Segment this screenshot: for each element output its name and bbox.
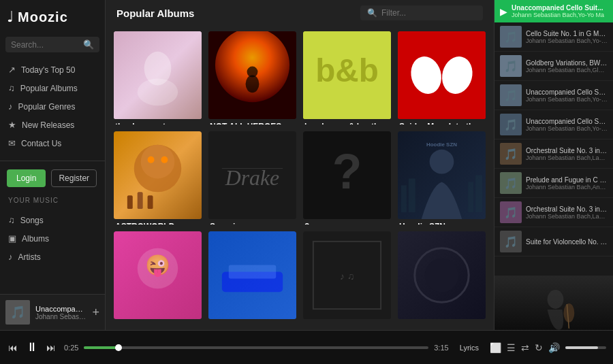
queue-item-2[interactable]: 🎵 Goldberg Variations, BWV 9... Johann S…: [494, 52, 613, 81]
svg-point-5: [246, 76, 260, 93]
album-title-7: ?: [304, 222, 390, 225]
album-card-7[interactable]: ? ? XXXTENTACION: [303, 131, 391, 225]
sidebar-item-genres[interactable]: ♪ Popular Genres: [0, 97, 105, 116]
queue-thumb-8: 🎵: [500, 231, 522, 252]
lyrics-button[interactable]: Lyrics: [456, 342, 483, 354]
play-pause-button[interactable]: ⏸: [25, 339, 40, 356]
sidebar-item-top50[interactable]: ↗ Today's Top 50: [0, 61, 105, 79]
filter-icon: 🔍: [367, 8, 377, 18]
volume-button[interactable]: 🔊: [548, 342, 560, 353]
your-music-label: YOUR MUSIC: [0, 193, 105, 205]
content-header: Popular Albums 🔍: [106, 0, 494, 26]
album-card-12[interactable]: [398, 231, 486, 325]
shuffle-button[interactable]: ⇄: [521, 342, 529, 353]
queue-item-7[interactable]: 🎵 Orchestral Suite No. 3 in D... Johann …: [494, 198, 613, 227]
album-card-3[interactable]: b&b beerbongs & bentleys Post Malone: [303, 31, 391, 125]
queue-item-4[interactable]: 🎵 Unaccompanied Cello Suit... Johann Seb…: [494, 110, 613, 139]
queue-current-title: Unaccompanied Cello Suit...: [512, 4, 608, 12]
next-button[interactable]: ⏭: [45, 341, 57, 354]
main-nav: ↗ Today's Top 50 ♫ Popular Albums ♪ Popu…: [0, 55, 105, 158]
prev-button[interactable]: ⏮: [7, 341, 19, 354]
filter-box[interactable]: 🔍: [360, 5, 483, 20]
search-icon[interactable]: 🔍: [83, 39, 94, 50]
svg-text:Drake: Drake: [225, 166, 279, 190]
album-card-8[interactable]: Hoodie SZN Hoodie SZN A Boogie Wit da Ho…: [398, 131, 486, 225]
register-button[interactable]: Register: [51, 169, 97, 187]
queue-item-3[interactable]: 🎵 Unaccompanied Cello Suit... Johann Seb…: [494, 81, 613, 110]
album-card-4[interactable]: Spider-Man: Into the S... Various Artist…: [398, 31, 486, 125]
album-title-2: NOT ALL HEROES WE...: [210, 122, 295, 125]
time-total: 3:15: [434, 344, 448, 352]
svg-rect-37: [229, 265, 276, 279]
queue-info-3: Unaccompanied Cello Suit... Johann Sebas…: [526, 88, 608, 103]
queue-button[interactable]: ☰: [507, 342, 516, 353]
album-card-5[interactable]: ASTROWORLD Travis Scott: [114, 131, 202, 225]
svg-text:♪ ♫: ♪ ♫: [340, 271, 354, 282]
queue-panel: ▶ Unaccompanied Cello Suit... Johann Seb…: [494, 0, 613, 330]
volume-fill: [565, 346, 598, 349]
queue-track-artist-6: Johann Sebastian Bach,András...: [526, 184, 608, 191]
svg-point-43: [425, 259, 459, 293]
album-cover-7: ?: [303, 131, 391, 219]
svg-text:Hoodie SZN: Hoodie SZN: [426, 142, 457, 148]
svg-rect-18: [138, 192, 143, 209]
album-title-4: Spider-Man: Into the S...: [399, 122, 484, 125]
album-card-1[interactable]: thank u, next Ariana Grande: [114, 31, 202, 125]
volume-bar[interactable]: [565, 346, 606, 349]
sidebar-item-albums[interactable]: ♫ Popular Albums: [0, 79, 105, 97]
sidebar-item-top50-label: Today's Top 50: [21, 65, 75, 75]
new-releases-icon: ★: [8, 120, 16, 130]
svg-point-16: [161, 156, 168, 163]
svg-rect-17: [127, 195, 133, 209]
album-title-6: Scorpion: [210, 222, 295, 225]
albums-grid: thank u, next Ariana Grande: [106, 26, 494, 330]
album-card-11[interactable]: ♪ ♫: [303, 231, 391, 325]
sidebar-item-new-releases[interactable]: ★ New Releases: [0, 116, 105, 134]
svg-point-14: [141, 145, 175, 179]
album-info-5: ASTROWORLD Travis Scott: [114, 219, 202, 225]
album-info-8: Hoodie SZN A Boogie Wit da Hoodie: [398, 219, 486, 225]
sidebar-item-my-albums[interactable]: ▣ Albums: [0, 229, 105, 248]
queue-track-title-4: Unaccompanied Cello Suit...: [526, 118, 608, 125]
progress-fill: [84, 346, 118, 349]
sidebar-item-artists[interactable]: ♪ Artists: [0, 248, 105, 266]
queue-item-1[interactable]: 🎵 Cello Suite No. 1 in G Major... Johann…: [494, 22, 613, 52]
add-to-queue-button[interactable]: +: [92, 305, 99, 320]
album-card-2[interactable]: NOT ALL HEROES WE... Metro Boomin: [208, 31, 296, 125]
repeat-button[interactable]: ↻: [535, 342, 543, 353]
queue-track-artist-3: Johann Sebastian Bach,Yo-Yo Ma: [526, 96, 608, 103]
progress-bar[interactable]: [84, 346, 428, 349]
queue-thumb-7: 🎵: [500, 201, 522, 223]
sidebar-item-contact[interactable]: ✉ Contact Us: [0, 134, 105, 152]
queue-track-artist-5: Johann Sebastian Bach,Lang La...: [526, 154, 608, 161]
album-info-3: beerbongs & bentleys Post Malone: [303, 119, 391, 125]
queue-track-artist-1: Johann Sebastian Bach,Yo-Yo Ma: [526, 37, 608, 44]
progress-handle[interactable]: [115, 344, 122, 351]
screen-button[interactable]: ⬜: [490, 342, 501, 353]
login-button[interactable]: Login: [7, 169, 46, 187]
queue-thumb-1: 🎵: [500, 26, 522, 48]
queue-info-8: Suite for Violoncello No. 1 i...: [526, 238, 608, 246]
svg-point-46: [548, 290, 564, 309]
album-card-6[interactable]: Drake Scorpion Drake: [208, 131, 296, 225]
sidebar-item-songs[interactable]: ♫ Songs: [0, 211, 105, 229]
queue-info-4: Unaccompanied Cello Suit... Johann Sebas…: [526, 118, 608, 132]
queue-item-5[interactable]: 🎵 Orchestral Suite No. 3 in D... Johann …: [494, 139, 613, 169]
queue-item-6[interactable]: 🎵 Prelude and Fugue in C (W... Johann Se…: [494, 169, 613, 198]
search-input[interactable]: [11, 40, 80, 50]
svg-rect-19: [148, 195, 153, 209]
svg-point-6: [247, 67, 258, 78]
album-cover-1: [114, 31, 202, 119]
album-cover-12: [398, 231, 486, 319]
search-bar[interactable]: 🔍: [5, 37, 99, 52]
album-info-2: NOT ALL HEROES WE... Metro Boomin: [208, 119, 296, 125]
album-card-9[interactable]: 😜: [114, 231, 202, 325]
queue-item-8[interactable]: 🎵 Suite for Violoncello No. 1 i...: [494, 227, 613, 257]
album-card-10[interactable]: [208, 231, 296, 325]
filter-input[interactable]: [381, 8, 476, 18]
queue-info-2: Goldberg Variations, BWV 9... Johann Seb…: [526, 59, 608, 73]
album-info-7: ? XXXTENTACION: [303, 219, 391, 225]
sidebar-item-genres-label: Popular Genres: [18, 102, 76, 112]
queue-current-track[interactable]: ▶ Unaccompanied Cello Suit... Johann Seb…: [494, 0, 613, 22]
main-content: Popular Albums 🔍: [106, 0, 494, 330]
